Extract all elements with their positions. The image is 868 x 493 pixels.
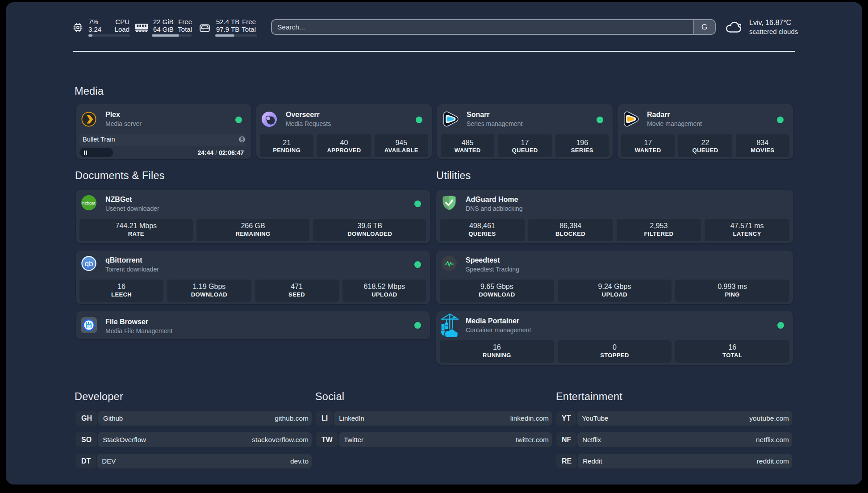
svg-text:qb: qb (85, 259, 93, 268)
svg-text:nzbget: nzbget (82, 201, 96, 205)
